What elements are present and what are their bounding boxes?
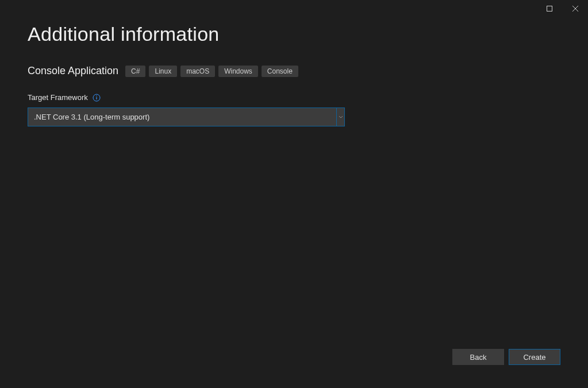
tags-container: C# Linux macOS Windows Console (125, 66, 298, 77)
footer-buttons: Back Create (452, 349, 560, 365)
field-label-row: Target Framework (28, 93, 560, 102)
tag-console: Console (262, 66, 298, 77)
close-icon (572, 6, 578, 11)
svg-rect-0 (547, 6, 552, 11)
target-framework-value[interactable]: .NET Core 3.1 (Long-term support) (28, 108, 336, 126)
back-button[interactable]: Back (452, 349, 504, 365)
window-controls (536, 0, 588, 17)
chevron-down-icon (339, 116, 343, 118)
tag-macos: macOS (180, 66, 215, 77)
tag-csharp: C# (125, 66, 145, 77)
target-framework-dropdown[interactable]: .NET Core 3.1 (Long-term support) (28, 107, 345, 126)
svg-point-4 (96, 95, 97, 97)
maximize-button[interactable] (536, 0, 562, 17)
subtitle-row: Console Application C# Linux macOS Windo… (28, 65, 560, 77)
maximize-icon (547, 6, 552, 11)
close-button[interactable] (562, 0, 588, 17)
tag-windows: Windows (218, 66, 258, 77)
main-content: Additional information Console Applicati… (0, 0, 588, 126)
create-button[interactable]: Create (509, 349, 560, 365)
info-icon[interactable] (93, 94, 101, 102)
target-framework-label: Target Framework (28, 93, 88, 102)
page-title: Additional information (28, 23, 560, 45)
tag-linux: Linux (149, 66, 177, 77)
dropdown-toggle[interactable] (336, 108, 344, 126)
project-subtitle: Console Application (28, 65, 118, 77)
